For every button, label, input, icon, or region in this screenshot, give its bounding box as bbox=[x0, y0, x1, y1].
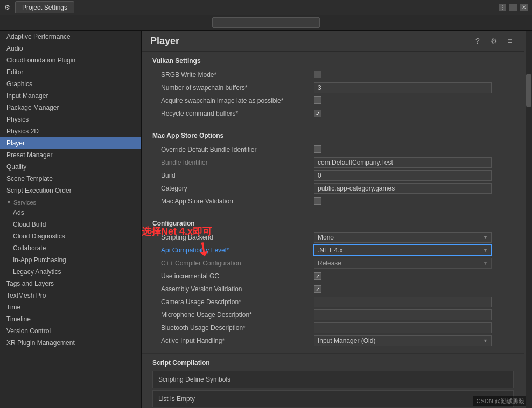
sidebar-item-tags-and-layers[interactable]: Tags and Layers bbox=[0, 278, 141, 290]
menu-icon-button[interactable]: ≡ bbox=[504, 35, 516, 47]
search-bar bbox=[0, 15, 532, 31]
scripting-backend-arrow: ▼ bbox=[483, 235, 488, 240]
category-input[interactable] bbox=[314, 183, 492, 194]
acquire-label: Acquire swapchain image late as possible… bbox=[152, 97, 314, 104]
menu-button[interactable]: ⋮ bbox=[499, 4, 506, 11]
script-compilation-title: Script Compilation bbox=[152, 359, 514, 367]
api-compat-option: .NET 4.x bbox=[318, 247, 342, 254]
settings-button[interactable]: ⚙ bbox=[488, 35, 500, 47]
sidebar-item-cloud-diagnostics[interactable]: Cloud Diagnostics bbox=[0, 230, 141, 242]
active-input-dropdown[interactable]: Input Manager (Old) ▼ bbox=[314, 335, 492, 346]
acquire-checkbox[interactable] bbox=[314, 96, 321, 104]
scripting-backend-dropdown[interactable]: Mono ▼ bbox=[314, 232, 492, 243]
header-icons: ? ⚙ ≡ bbox=[472, 35, 516, 47]
search-wrapper bbox=[212, 17, 320, 28]
microphone-usage-input[interactable] bbox=[314, 309, 492, 320]
sidebar-item-script-execution-order[interactable]: Script Execution Order bbox=[0, 185, 141, 196]
title-bar: ⚙ Project Settings ⋮ — ✕ bbox=[0, 0, 532, 15]
bluetooth-usage-input[interactable] bbox=[314, 322, 492, 333]
srgb-value bbox=[314, 71, 514, 80]
build-value bbox=[314, 170, 514, 181]
title-tab: Project Settings bbox=[15, 1, 74, 13]
srgb-checkbox[interactable] bbox=[314, 71, 321, 78]
build-label: Build bbox=[152, 172, 314, 179]
incremental-gc-checkbox[interactable] bbox=[314, 272, 321, 280]
cpp-compiler-label: C++ Compiler Configuration bbox=[152, 259, 314, 267]
field-acquire-swapchain: Acquire swapchain image late as possible… bbox=[152, 95, 514, 107]
sidebar-item-ads[interactable]: Ads bbox=[0, 207, 141, 219]
scripting-backend-option: Mono bbox=[318, 234, 334, 241]
sidebar: Adaptive Performance Audio CloudFoundati… bbox=[0, 31, 142, 408]
content-area: Player ? ⚙ ≡ Vulkan Settings SRGB Write … bbox=[142, 31, 532, 408]
field-microphone-usage: Microphone Usage Description* bbox=[152, 309, 514, 321]
field-mac-app-store-validation: Mac App Store Validation bbox=[152, 195, 514, 207]
services-section[interactable]: ▼ Services bbox=[0, 196, 141, 207]
field-bluetooth-usage: Bluetooth Usage Description* bbox=[152, 322, 514, 334]
field-recycle-command-buffers: Recycle command buffers* bbox=[152, 108, 514, 119]
incremental-gc-label: Use incremental GC bbox=[152, 272, 314, 280]
cpp-compiler-arrow: ▼ bbox=[483, 261, 488, 266]
window-controls: ⋮ — ✕ bbox=[499, 4, 528, 11]
minimize-button[interactable]: — bbox=[509, 4, 517, 11]
services-arrow: ▼ bbox=[6, 200, 11, 205]
field-camera-usage: Camera Usage Description* bbox=[152, 296, 514, 308]
cpp-compiler-dropdown[interactable]: Release ▼ bbox=[314, 258, 492, 269]
microphone-usage-value bbox=[314, 309, 514, 320]
scripting-define-symbols-box: Scripting Define Symbols bbox=[152, 371, 514, 388]
validation-value bbox=[314, 197, 514, 206]
api-compat-value: .NET 4.x ▼ bbox=[314, 245, 514, 256]
configuration-title: Configuration bbox=[152, 220, 514, 227]
sidebar-item-quality[interactable]: Quality bbox=[0, 161, 141, 173]
assembly-validation-value bbox=[314, 285, 514, 293]
search-input[interactable] bbox=[212, 17, 320, 28]
sidebar-item-player[interactable]: Player bbox=[0, 137, 141, 149]
sidebar-item-physics-2d[interactable]: Physics 2D bbox=[0, 125, 141, 137]
sidebar-item-in-app-purchasing[interactable]: In-App Purchasing bbox=[0, 254, 141, 266]
sidebar-item-version-control[interactable]: Version Control bbox=[0, 325, 141, 337]
scrollbar-thumb[interactable] bbox=[526, 74, 531, 107]
srgb-label: SRGB Write Mode* bbox=[152, 71, 314, 79]
sidebar-item-editor[interactable]: Editor bbox=[0, 66, 141, 78]
category-value bbox=[314, 183, 514, 194]
sidebar-item-timeline[interactable]: Timeline bbox=[0, 313, 141, 325]
sidebar-item-time[interactable]: Time bbox=[0, 301, 141, 313]
sidebar-item-textmesh-pro[interactable]: TextMesh Pro bbox=[0, 290, 141, 301]
sidebar-item-scene-template[interactable]: Scene Template bbox=[0, 173, 141, 185]
close-button[interactable]: ✕ bbox=[520, 4, 528, 11]
field-active-input-handling: Active Input Handling* Input Manager (Ol… bbox=[152, 335, 514, 347]
sidebar-item-input-manager[interactable]: Input Manager bbox=[0, 90, 141, 102]
active-input-option: Input Manager (Old) bbox=[318, 337, 375, 344]
bundle-id-input[interactable] bbox=[314, 157, 492, 168]
vulkan-settings-title: Vulkan Settings bbox=[152, 57, 514, 65]
help-button[interactable]: ? bbox=[472, 35, 484, 47]
recycle-checkbox[interactable] bbox=[314, 110, 321, 117]
sidebar-item-graphics[interactable]: Graphics bbox=[0, 78, 141, 90]
sidebar-item-cloud-build[interactable]: Cloud Build bbox=[0, 219, 141, 230]
field-api-compatibility: Api Compatibility Level* .NET 4.x ▼ bbox=[152, 244, 514, 256]
cpp-compiler-option: Release bbox=[318, 259, 341, 267]
assembly-validation-checkbox[interactable] bbox=[314, 285, 321, 293]
field-swapchain-buffers: Number of swapchain buffers* bbox=[152, 82, 514, 94]
sidebar-item-physics[interactable]: Physics bbox=[0, 114, 141, 125]
sidebar-item-audio[interactable]: Audio bbox=[0, 43, 141, 54]
override-bundle-checkbox[interactable] bbox=[314, 145, 321, 153]
sidebar-item-xr-plugin[interactable]: XR Plugin Management bbox=[0, 337, 141, 349]
sidebar-item-adaptive-performance[interactable]: Adaptive Performance bbox=[0, 31, 141, 43]
api-compat-dropdown[interactable]: .NET 4.x ▼ bbox=[314, 245, 492, 256]
sidebar-item-package-manager[interactable]: Package Manager bbox=[0, 102, 141, 114]
build-input[interactable] bbox=[314, 170, 492, 181]
scrollbar-track[interactable] bbox=[526, 31, 532, 408]
active-input-value: Input Manager (Old) ▼ bbox=[314, 335, 514, 346]
sidebar-item-legacy-analytics[interactable]: Legacy Analytics bbox=[0, 266, 141, 278]
mac-app-store-title: Mac App Store Options bbox=[152, 132, 514, 139]
sidebar-item-collaborate[interactable]: Collaborate bbox=[0, 242, 141, 254]
swapchain-input[interactable] bbox=[314, 82, 492, 93]
camera-usage-value bbox=[314, 297, 514, 307]
swapchain-value bbox=[314, 82, 514, 93]
sidebar-item-cloudfoundation[interactable]: CloudFoundation Plugin bbox=[0, 54, 141, 66]
validation-checkbox[interactable] bbox=[314, 197, 321, 205]
camera-usage-input[interactable] bbox=[314, 297, 492, 307]
field-srgb-write-mode: SRGB Write Mode* bbox=[152, 69, 514, 81]
sidebar-item-preset-manager[interactable]: Preset Manager bbox=[0, 149, 141, 161]
api-compat-label: Api Compatibility Level* bbox=[152, 247, 314, 254]
